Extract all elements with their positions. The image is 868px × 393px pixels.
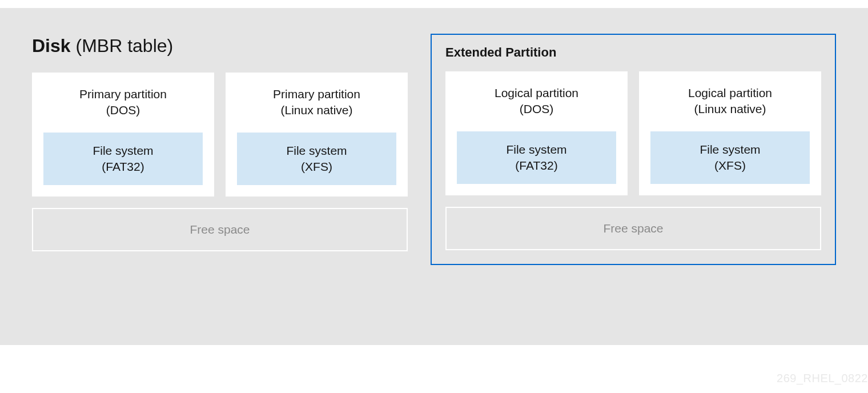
logical-partition-row: Logical partition (DOS) File system (FAT… [445, 71, 821, 195]
filesystem-label: File system [700, 143, 760, 156]
free-space-box: Free space [32, 208, 408, 251]
filesystem-type: (XFS) [301, 160, 332, 173]
diagram-canvas: Disk (MBR table) Primary partition (DOS)… [0, 8, 868, 345]
free-space-label: Free space [190, 223, 250, 236]
logical-partition-box: Logical partition (Linux native) File sy… [639, 71, 821, 195]
partition-label: Primary partition (DOS) [43, 86, 203, 119]
filesystem-box: File system (XFS) [237, 133, 396, 186]
extended-partition-title: Extended Partition [445, 45, 821, 60]
partition-label: Logical partition (Linux native) [650, 85, 810, 118]
partition-name: Logical partition [495, 86, 578, 99]
filesystem-box: File system (XFS) [650, 131, 810, 185]
primary-partitions-group: Primary partition (DOS) File system (FAT… [32, 34, 408, 265]
partition-type: (DOS) [106, 103, 140, 117]
filesystem-label: File system [506, 143, 566, 156]
partition-type: (Linux native) [694, 102, 766, 115]
partition-type: (DOS) [520, 102, 554, 115]
logical-partition-box: Logical partition (DOS) File system (FAT… [445, 71, 628, 195]
extended-partition-group: Extended Partition Logical partition (DO… [431, 34, 836, 265]
primary-partition-box: Primary partition (DOS) File system (FAT… [32, 73, 214, 196]
partition-type: (Linux native) [280, 103, 352, 117]
filesystem-type: (XFS) [714, 159, 746, 172]
partition-name: Primary partition [273, 87, 360, 101]
filesystem-box: File system (FAT32) [43, 133, 203, 186]
partition-name: Primary partition [79, 87, 167, 101]
filesystem-label: File system [286, 144, 347, 157]
free-space-label: Free space [603, 222, 663, 235]
filesystem-box: File system (FAT32) [457, 131, 616, 185]
primary-partition-row: Primary partition (DOS) File system (FAT… [32, 73, 408, 196]
free-space-box: Free space [445, 207, 821, 250]
partition-label: Logical partition (DOS) [457, 85, 616, 118]
filesystem-label: File system [93, 144, 153, 157]
watermark: 269_RHEL_0822 [777, 372, 868, 385]
partition-name: Logical partition [688, 86, 772, 99]
filesystem-type: (FAT32) [515, 159, 557, 172]
primary-partition-box: Primary partition (Linux native) File sy… [226, 73, 408, 196]
columns: Primary partition (DOS) File system (FAT… [32, 34, 836, 265]
filesystem-type: (FAT32) [102, 160, 144, 173]
partition-label: Primary partition (Linux native) [237, 86, 396, 119]
